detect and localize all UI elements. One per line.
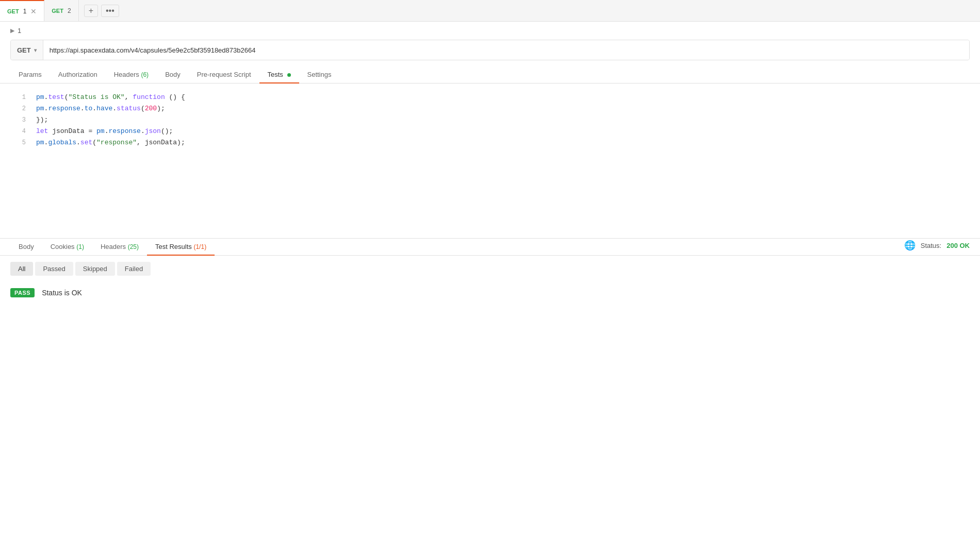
code-line: 5pm.globals.set("response", jsonData); [10,137,970,148]
test-name: Status is OK [42,289,82,297]
code-line: 2 pm.response.to.have.status(200); [10,103,970,114]
more-tabs-button[interactable]: ••• [101,5,119,17]
tab-bar: GET 1 ✕ GET 2 + ••• [0,0,980,22]
response-tab-body[interactable]: Body [10,239,42,256]
tab1-close[interactable]: ✕ [30,8,37,15]
tab2-method: GET [52,8,63,14]
breadcrumb-arrow[interactable]: ▶ [10,27,14,34]
line-number: 3 [10,115,26,125]
breadcrumb-number: 1 [18,27,21,35]
tab-body[interactable]: Body [157,66,189,83]
filter-tabs: All Passed Skipped Failed [0,256,980,282]
method-selector[interactable]: GET ▾ [11,40,43,60]
filter-failed[interactable]: Failed [117,262,151,276]
tab-actions: + ••• [79,0,124,21]
filter-skipped[interactable]: Skipped [75,262,115,276]
tests-dot [287,73,291,77]
request-nav: Params Authorization Headers (6) Body Pr… [0,66,980,83]
line-content: pm.test("Status is OK", function () { [36,92,970,103]
line-content: pm.globals.set("response", jsonData); [36,137,970,148]
request-tab-2[interactable]: GET 2 [44,0,78,21]
response-area: Body Cookies (1) Headers (25) Test Resul… [0,238,980,304]
tab-authorization[interactable]: Authorization [50,66,106,83]
add-tab-button[interactable]: + [84,5,98,17]
url-input[interactable] [43,40,969,60]
url-bar: GET ▾ [10,40,970,60]
filter-passed[interactable]: Passed [35,262,73,276]
line-content: let jsonData = pm.response.json(); [36,126,970,137]
filter-all[interactable]: All [10,262,33,276]
line-number: 5 [10,138,26,148]
code-editor[interactable]: 1pm.test("Status is OK", function () {2 … [0,83,980,238]
line-number: 2 [10,104,26,114]
response-nav: Body Cookies (1) Headers (25) Test Resul… [0,239,980,256]
request-tab-1[interactable]: GET 1 ✕ [0,0,44,21]
code-line: 1pm.test("Status is OK", function () { [10,92,970,103]
breadcrumb: ▶ 1 [0,22,980,40]
response-tab-headers[interactable]: Headers (25) [92,239,147,256]
method-chevron: ▾ [34,47,37,53]
line-number: 4 [10,126,26,137]
code-line: 4let jsonData = pm.response.json(); [10,126,970,137]
tab-tests[interactable]: Tests [259,66,299,83]
response-status-area: 🌐 Status: 200 OK [904,240,970,255]
tab-headers[interactable]: Headers (6) [106,66,157,83]
tab-prerequest[interactable]: Pre-request Script [189,66,259,83]
response-tab-cookies[interactable]: Cookies (1) [42,239,92,256]
pass-badge: PASS [10,288,35,297]
globe-icon: 🌐 [904,240,916,251]
status-value: 200 OK [946,242,970,249]
tab-settings[interactable]: Settings [299,66,340,83]
line-number: 1 [10,92,26,103]
tab1-method: GET [7,8,19,14]
response-tab-test-results[interactable]: Test Results (1/1) [147,239,215,256]
line-content: pm.response.to.have.status(200); [36,103,970,114]
status-label: Status: [921,242,941,249]
tab-params[interactable]: Params [10,66,50,83]
line-content: }); [36,114,970,126]
test-result-row: PASS Status is OK [0,282,980,304]
code-line: 3}); [10,114,970,126]
tab1-number: 1 [23,8,27,15]
method-label: GET [17,46,31,54]
tab2-number: 2 [68,7,71,14]
